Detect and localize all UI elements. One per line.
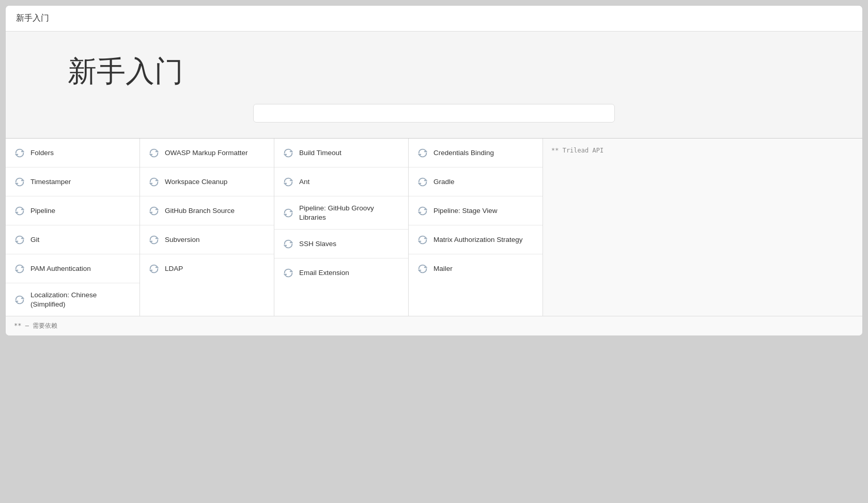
list-item[interactable]: Mailer <box>409 254 542 283</box>
refresh-icon <box>283 147 294 159</box>
list-item[interactable]: Matrix Authorization Strategy <box>409 225 542 254</box>
plugin-column-2: OWASP Markup Formatter Workspace Cleanup… <box>140 139 274 316</box>
window-title: 新手入门 <box>16 13 49 22</box>
list-item[interactable]: Folders <box>6 139 140 167</box>
list-item[interactable]: SSH Slaves <box>274 230 408 258</box>
title-bar: 新手入门 <box>6 6 862 32</box>
refresh-icon <box>283 176 294 188</box>
refresh-icon <box>417 147 428 159</box>
plugin-name: Pipeline: GitHub Groovy Libraries <box>299 204 400 222</box>
refresh-icon <box>417 176 428 188</box>
list-item[interactable]: Email Extension <box>274 258 408 287</box>
plugin-column-3: Build Timeout Ant Pipeline: GitHub Groov… <box>274 139 409 316</box>
plugin-column-1: Folders Timestamper Pipeline <box>6 139 140 316</box>
list-item[interactable]: Timestamper <box>6 167 140 196</box>
refresh-icon <box>148 205 160 217</box>
hero-title: 新手入门 <box>68 52 183 92</box>
main-container: 新手入门 新手入门 Folders Timestamper <box>5 5 863 336</box>
plugin-name: Timestamper <box>30 177 71 187</box>
list-item[interactable]: GitHub Branch Source <box>140 196 274 225</box>
list-item[interactable]: Workspace Cleanup <box>140 167 274 196</box>
plugin-name: LDAP <box>165 264 183 273</box>
plugin-name: Folders <box>30 148 54 158</box>
plugin-name: Credentials Binding <box>433 148 494 158</box>
list-item[interactable]: Build Timeout <box>274 139 408 167</box>
footer-note-text: ** – 需要依赖 <box>14 322 57 329</box>
refresh-icon <box>417 234 428 246</box>
plugin-name: Ant <box>299 177 309 187</box>
list-item[interactable]: OWASP Markup Formatter <box>140 139 274 167</box>
plugin-name: Pipeline <box>30 206 55 216</box>
refresh-icon <box>283 207 294 219</box>
refresh-icon <box>148 176 160 188</box>
refresh-icon <box>148 147 160 159</box>
refresh-icon <box>417 263 428 275</box>
refresh-icon <box>283 267 294 279</box>
refresh-icon <box>14 234 25 246</box>
plugin-name: Mailer <box>433 264 453 273</box>
refresh-icon <box>148 234 160 246</box>
search-input[interactable] <box>253 104 615 123</box>
plugin-name: Localization: Chinese (Simplified) <box>30 291 131 309</box>
sidebar-note-trilead: ** Trilead API <box>551 147 854 154</box>
list-item[interactable]: Localization: Chinese (Simplified) <box>6 283 140 316</box>
plugin-column-4: Credentials Binding Gradle Pipeline: Sta… <box>409 139 543 316</box>
plugin-name: Workspace Cleanup <box>165 177 227 187</box>
refresh-icon <box>14 294 25 306</box>
list-item[interactable]: Git <box>6 225 140 254</box>
plugin-name: Pipeline: Stage View <box>433 206 498 216</box>
plugin-name: Git <box>30 235 39 245</box>
list-item[interactable]: Pipeline: GitHub Groovy Libraries <box>274 196 408 230</box>
plugin-name: SSH Slaves <box>299 239 336 249</box>
list-item[interactable]: Ant <box>274 167 408 196</box>
plugin-name: Gradle <box>433 177 455 187</box>
refresh-icon <box>14 205 25 217</box>
sidebar-notes-column: ** Trilead API <box>543 139 862 316</box>
plugin-name: PAM Authentication <box>30 264 91 273</box>
plugin-name: Subversion <box>165 235 200 245</box>
refresh-icon <box>283 238 294 250</box>
refresh-icon <box>14 263 25 275</box>
list-item[interactable]: Credentials Binding <box>409 139 542 167</box>
refresh-icon <box>417 205 428 217</box>
list-item[interactable]: LDAP <box>140 254 274 283</box>
plugin-name: Build Timeout <box>299 148 342 158</box>
refresh-icon <box>14 176 25 188</box>
plugin-name: OWASP Markup Formatter <box>165 148 248 158</box>
plugin-name: Matrix Authorization Strategy <box>433 235 523 245</box>
plugin-grid: Folders Timestamper Pipeline <box>6 139 862 316</box>
hero-section: 新手入门 <box>6 32 862 139</box>
list-item[interactable]: Pipeline: Stage View <box>409 196 542 225</box>
list-item[interactable]: Gradle <box>409 167 542 196</box>
plugin-name: Email Extension <box>299 268 349 278</box>
refresh-icon <box>14 147 25 159</box>
footer-note: ** – 需要依赖 <box>6 316 862 336</box>
list-item[interactable]: Subversion <box>140 225 274 254</box>
plugin-name: GitHub Branch Source <box>165 206 235 216</box>
list-item[interactable]: Pipeline <box>6 196 140 225</box>
list-item[interactable]: PAM Authentication <box>6 254 140 283</box>
refresh-icon <box>148 263 160 275</box>
